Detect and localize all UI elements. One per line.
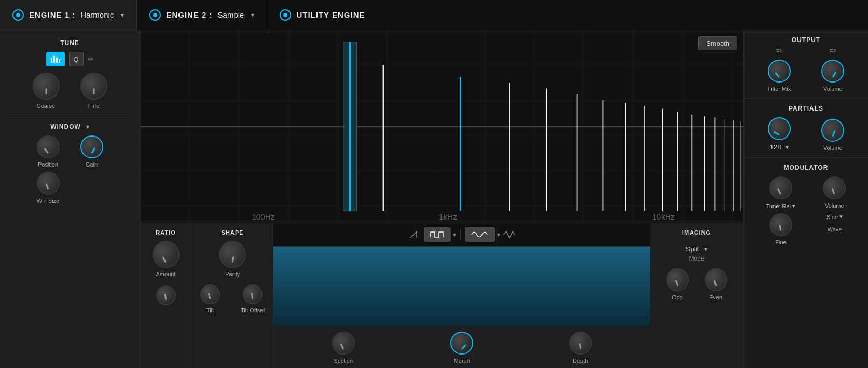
parity-indicator (232, 256, 235, 263)
winsize-knob-container: Win Size (37, 172, 60, 204)
imaging-split-dropdown[interactable]: Split ▾ (686, 245, 707, 253)
window-knobs-row2: Win Size (5, 172, 134, 204)
tune-title: TUNE (5, 39, 134, 47)
morph-visualization (273, 247, 650, 326)
winsize-indicator (45, 183, 49, 189)
morph-knob[interactable] (450, 332, 473, 355)
section-label: Section (334, 358, 353, 364)
mod-tune-knob[interactable] (769, 176, 792, 199)
engine1-label: ENGINE 1 : (29, 10, 75, 19)
mod-wave-label: Wave (828, 226, 842, 233)
coarse-label: Coarse (37, 103, 55, 109)
gain-knob-container: Gain (80, 135, 103, 168)
q-button[interactable]: Q (69, 52, 84, 66)
smooth-button[interactable]: Smooth (698, 36, 737, 50)
shape-title: SHAPE (222, 229, 244, 236)
square-wave-button[interactable] (424, 227, 451, 242)
window-section: WINDOW ▾ Position Gain (5, 118, 134, 213)
even-knob[interactable] (705, 268, 727, 291)
volume-out-knob[interactable] (821, 60, 844, 83)
window-dropdown-arrow[interactable]: ▾ (86, 123, 89, 130)
modulator-row1: Tune: Rel ▾ Volume (752, 176, 860, 209)
modulator-row2: Fine Sine ▾ Wave (752, 213, 860, 246)
utility-power-button[interactable] (280, 9, 291, 21)
utility-tab[interactable]: UTILITY ENGINE (267, 0, 377, 30)
winsize-knob[interactable] (37, 172, 60, 195)
partials-volume-knob[interactable] (821, 119, 844, 142)
odd-knob[interactable] (666, 268, 689, 291)
tilt-knob[interactable] (200, 284, 220, 304)
position-knob-container: Position (37, 135, 60, 168)
window-title: WINDOW ▾ (5, 123, 134, 130)
morph-toolbar: ▾ ▾ (273, 223, 650, 247)
pencil-button[interactable]: ✏ (88, 55, 94, 63)
mod-volume-knob[interactable] (823, 176, 846, 199)
mod-volume-indicator (832, 188, 835, 194)
modulator-title: MODULATOR (752, 164, 860, 171)
fine-indicator (93, 88, 94, 94)
mod-wave-selector[interactable]: Sine ▾ (826, 213, 843, 220)
gain-knob[interactable] (80, 135, 103, 158)
amount-knob-container: Amount (153, 241, 180, 277)
depth-indicator (578, 343, 581, 349)
f1-label: F1 (776, 49, 782, 54)
ratio-section: RATIO Amount (140, 223, 192, 368)
morph-knob-container: Morph (450, 332, 473, 364)
midi-button[interactable] (46, 52, 65, 66)
odd-label: Odd (672, 294, 683, 301)
gain-indicator (91, 147, 95, 154)
shape-section: SHAPE Parity Tilt (192, 223, 273, 368)
extra-wave-icon[interactable] (502, 230, 515, 239)
even-indicator (713, 280, 717, 286)
engine1-tab[interactable]: ENGINE 1 : Harmonic ▾ (0, 0, 137, 30)
wave-dropdown-arrow1[interactable]: ▾ (453, 231, 456, 238)
tilt-indicator (208, 293, 211, 299)
winsize-label: Win Size (37, 198, 59, 204)
partials-title: PARTIALS (752, 105, 860, 112)
parity-knob[interactable] (219, 241, 246, 268)
ramp-wave-icon[interactable] (409, 229, 422, 240)
section-knob[interactable] (332, 332, 355, 355)
partials-dropdown-arrow[interactable]: ▾ (786, 144, 789, 151)
filtermix-knob[interactable] (768, 60, 791, 83)
main-container: ENGINE 1 : Harmonic ▾ ENGINE 2 : Sample … (0, 0, 868, 368)
morph-label: Morph (454, 358, 470, 364)
engine2-tab[interactable]: ENGINE 2 : Sample ▾ (137, 0, 267, 30)
partials-section: PARTIALS 128 ▾ (744, 99, 868, 158)
imaging-section: IMAGING Split ▾ Mode Odd (650, 223, 743, 368)
wave-dropdown-arrow2[interactable]: ▾ (497, 231, 500, 238)
partials-count-display[interactable]: 128 ▾ (770, 143, 789, 151)
wavy-wave-button[interactable] (465, 227, 495, 242)
ratio-small-knob-container (156, 285, 176, 305)
even-knob-container: Even (705, 268, 727, 301)
partials-count-container: 128 ▾ (768, 117, 791, 151)
partials-count-knob[interactable] (768, 117, 791, 140)
mod-wave-arrow[interactable]: ▾ (839, 213, 843, 220)
engine1-dropdown-arrow[interactable]: ▾ (121, 11, 124, 19)
engine1-power-button[interactable] (12, 9, 24, 21)
partials-count-indicator (774, 131, 780, 136)
mod-tune-dropdown[interactable]: Tune: Rel ▾ (766, 202, 795, 209)
engine2-label: ENGINE 2 : (166, 10, 212, 19)
mod-tune-arrow[interactable]: ▾ (792, 202, 795, 209)
filtermix-knob-container: F1 Filter Mix (768, 49, 791, 92)
depth-knob[interactable] (569, 332, 592, 355)
depth-knob-container: Depth (569, 332, 592, 364)
morph-display: ▾ ▾ (273, 223, 650, 368)
engine2-dropdown-arrow[interactable]: ▾ (251, 11, 254, 19)
ratio-small-knob[interactable] (156, 285, 176, 305)
engine2-power-button[interactable] (149, 9, 161, 21)
position-knob[interactable] (37, 135, 60, 158)
fine-knob[interactable] (80, 73, 107, 100)
tiltoffset-knob[interactable] (243, 284, 263, 304)
split-dropdown-arrow[interactable]: ▾ (704, 246, 707, 253)
mod-fine-knob[interactable] (769, 213, 792, 236)
mod-wave-container: Sine ▾ Wave (826, 213, 843, 246)
amount-knob[interactable] (153, 241, 180, 268)
depth-label: Depth (573, 358, 588, 364)
morph-knobs-row: Section Morph Depth (273, 326, 650, 368)
partials-volume-knob-container: Volume (821, 119, 844, 151)
window-knobs-row1: Position Gain (5, 135, 134, 168)
amount-indicator (162, 257, 167, 263)
coarse-knob[interactable] (33, 73, 60, 100)
